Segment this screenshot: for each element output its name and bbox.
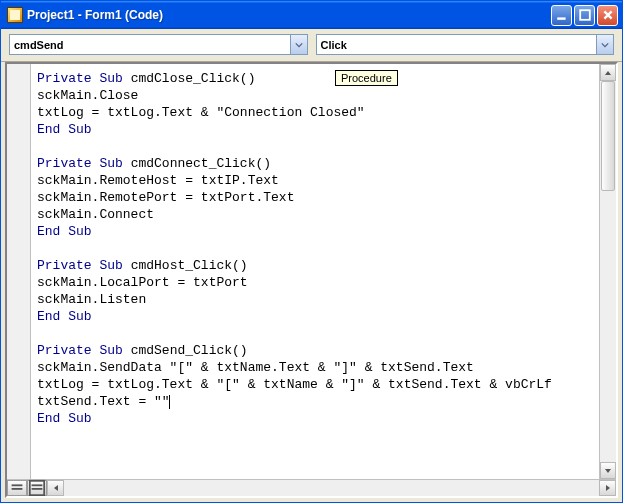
titlebar[interactable]: Project1 - Form1 (Code) bbox=[1, 1, 622, 29]
procedure-view-button[interactable] bbox=[7, 480, 27, 496]
chevron-down-icon[interactable] bbox=[596, 35, 613, 54]
tooltip: Procedure bbox=[335, 70, 398, 86]
svg-rect-2 bbox=[12, 484, 23, 486]
combo-toolbar: cmdSend Click bbox=[1, 29, 622, 62]
close-button[interactable] bbox=[597, 5, 618, 26]
full-module-view-button[interactable] bbox=[27, 480, 47, 496]
window-title: Project1 - Form1 (Code) bbox=[27, 8, 551, 22]
scroll-up-button[interactable] bbox=[600, 64, 616, 81]
procedure-combobox[interactable]: Click bbox=[316, 34, 615, 55]
chevron-down-icon[interactable] bbox=[290, 35, 307, 54]
window-buttons bbox=[551, 5, 618, 26]
margin-gutter[interactable] bbox=[7, 64, 31, 479]
svg-rect-3 bbox=[12, 488, 23, 490]
svg-rect-5 bbox=[32, 484, 43, 486]
code-editor[interactable]: Private Sub cmdClose_Click()sckMain.Clos… bbox=[31, 64, 599, 479]
minimize-button[interactable] bbox=[551, 5, 572, 26]
svg-rect-0 bbox=[557, 17, 565, 19]
vertical-scroll-thumb[interactable] bbox=[601, 81, 615, 191]
scroll-left-button[interactable] bbox=[47, 480, 64, 496]
horizontal-scroll-track[interactable] bbox=[64, 480, 599, 496]
code-client-area: Private Sub cmdClose_Click()sckMain.Clos… bbox=[5, 62, 618, 498]
maximize-button[interactable] bbox=[574, 5, 595, 26]
vertical-scroll-track[interactable] bbox=[600, 81, 616, 462]
form-icon bbox=[7, 7, 23, 23]
code-scroll-wrap: Private Sub cmdClose_Click()sckMain.Clos… bbox=[7, 64, 616, 479]
scroll-right-button[interactable] bbox=[599, 480, 616, 496]
object-combobox[interactable]: cmdSend bbox=[9, 34, 308, 55]
vertical-scrollbar[interactable] bbox=[599, 64, 616, 479]
scroll-down-button[interactable] bbox=[600, 462, 616, 479]
horizontal-scrollbar[interactable] bbox=[7, 479, 616, 496]
svg-rect-1 bbox=[580, 10, 590, 20]
svg-rect-6 bbox=[32, 488, 43, 490]
object-combobox-text: cmdSend bbox=[10, 39, 290, 51]
code-window: Project1 - Form1 (Code) cmdSend Click bbox=[0, 0, 623, 503]
procedure-combobox-text: Click bbox=[317, 39, 597, 51]
view-mode-buttons bbox=[7, 480, 47, 496]
